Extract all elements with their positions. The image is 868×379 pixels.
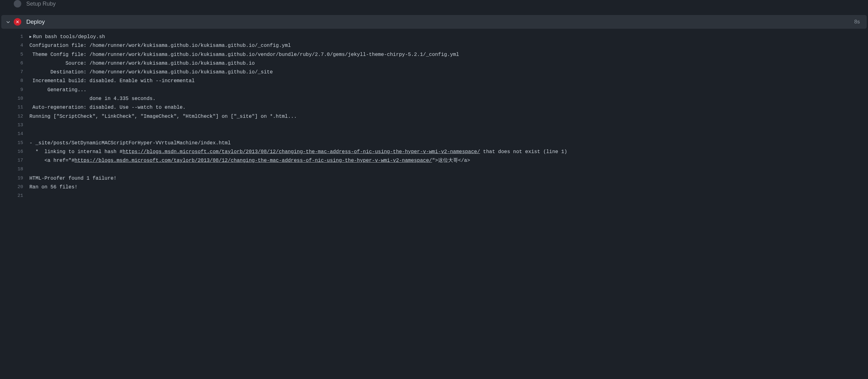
line-number: 14: [11, 130, 23, 138]
line-number: 18: [11, 165, 23, 174]
log-text: Auto-regeneration: disabled. Use --watch…: [29, 103, 868, 112]
log-line: 17 <a href="#https://blogs.msdn.microsof…: [11, 156, 868, 165]
line-number: 20: [11, 183, 23, 192]
line-number: 21: [11, 192, 23, 200]
log-line: 19HTML-Proofer found 1 failure!: [11, 174, 868, 183]
log-line: 6 Source: /home/runner/work/kukisama.git…: [11, 59, 868, 68]
line-number: 12: [11, 112, 23, 121]
log-link[interactable]: https://blogs.msdn.microsoft.com/taylorb…: [74, 158, 432, 163]
log-line: 16 * linking to internal hash #https://b…: [11, 147, 868, 156]
log-text: Source: /home/runner/work/kukisama.githu…: [29, 59, 868, 68]
status-circle-icon: [14, 0, 21, 7]
caret-right-icon: ▶: [29, 33, 32, 41]
log-text: done in 4.335 seconds.: [29, 94, 868, 103]
line-number: 16: [11, 147, 23, 156]
log-line: 18: [11, 165, 868, 174]
log-text-part: * linking to internal hash #: [29, 149, 123, 154]
log-line: 15- _site/posts/SetDynamicMACScriptForHy…: [11, 139, 868, 147]
status-error-icon: [14, 18, 21, 26]
line-number: 13: [11, 121, 23, 130]
log-line: 10 done in 4.335 seconds.: [11, 94, 868, 103]
log-text-part: that does not exist (line 1): [480, 149, 567, 154]
log-text: ▶Run bash tools/deploy.sh: [29, 33, 868, 41]
line-number: 1: [11, 33, 23, 41]
log-text: Destination: /home/runner/work/kukisama.…: [29, 68, 868, 76]
previous-step-label: Setup Ruby: [26, 1, 56, 7]
log-text: HTML-Proofer found 1 failure!: [29, 174, 868, 183]
log-text-part: ">这位大哥</a>: [432, 158, 470, 163]
log-text: Configuration file: /home/runner/work/ku…: [29, 41, 868, 50]
log-line[interactable]: 1 ▶Run bash tools/deploy.sh: [11, 33, 868, 41]
line-number: 17: [11, 156, 23, 165]
previous-step-row[interactable]: Setup Ruby: [0, 0, 868, 7]
log-text: Running ["ScriptCheck", "LinkCheck", "Im…: [29, 112, 868, 121]
log-line: 20Ran on 56 files!: [11, 183, 868, 192]
step-duration: 8s: [854, 19, 860, 25]
log-command: Run bash tools/deploy.sh: [33, 34, 105, 40]
line-number: 10: [11, 94, 23, 103]
log-text: Ran on 56 files!: [29, 183, 868, 192]
line-number: 8: [11, 76, 23, 85]
log-output: 1 ▶Run bash tools/deploy.sh 4Configurati…: [0, 29, 868, 201]
log-text: <a href="#https://blogs.msdn.microsoft.c…: [29, 156, 868, 165]
log-line: 5 Theme Config file: /home/runner/work/k…: [11, 50, 868, 59]
log-link[interactable]: https://blogs.msdn.microsoft.com/taylorb…: [123, 149, 480, 154]
step-title: Deploy: [26, 19, 854, 25]
log-text: * linking to internal hash #https://blog…: [29, 147, 868, 156]
log-text: - _site/posts/SetDynamicMACScriptForHype…: [29, 139, 868, 147]
log-line: 12Running ["ScriptCheck", "LinkCheck", "…: [11, 112, 868, 121]
line-number: 7: [11, 68, 23, 76]
log-line: 13: [11, 121, 868, 130]
log-line: 11 Auto-regeneration: disabled. Use --wa…: [11, 103, 868, 112]
line-number: 19: [11, 174, 23, 183]
log-line: 9 Generating...: [11, 85, 868, 94]
log-line: 8 Incremental build: disabled. Enable wi…: [11, 76, 868, 85]
line-number: 6: [11, 59, 23, 68]
line-number: 15: [11, 139, 23, 147]
line-number: 5: [11, 50, 23, 59]
log-line: 14: [11, 130, 868, 138]
step-header-deploy[interactable]: Deploy 8s: [1, 15, 867, 29]
log-line: 21: [11, 192, 868, 200]
line-number: 11: [11, 103, 23, 112]
log-text-part: <a href="#: [29, 158, 74, 163]
log-text: Incremental build: disabled. Enable with…: [29, 76, 868, 85]
log-text: Generating...: [29, 85, 868, 94]
log-text: Theme Config file: /home/runner/work/kuk…: [29, 50, 868, 59]
line-number: 9: [11, 85, 23, 94]
line-number: 4: [11, 41, 23, 50]
log-line: 7 Destination: /home/runner/work/kukisam…: [11, 68, 868, 76]
log-line: 4Configuration file: /home/runner/work/k…: [11, 41, 868, 50]
chevron-down-icon: [6, 20, 11, 24]
